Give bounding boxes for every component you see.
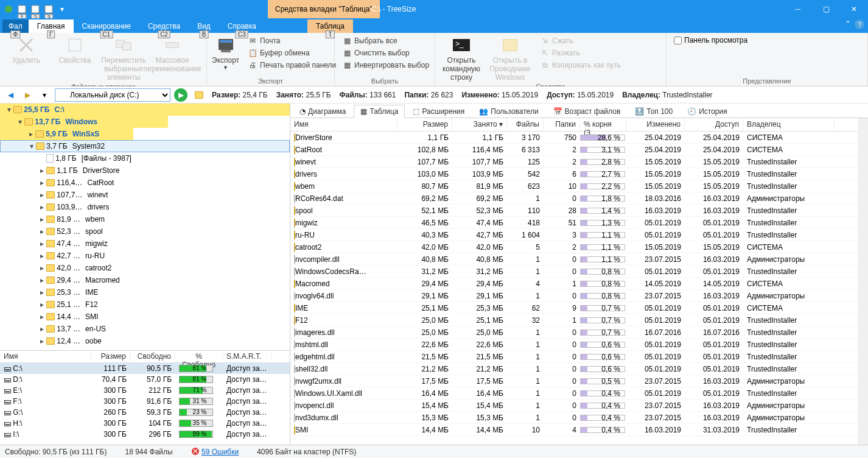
open-cmd-button[interactable]: >_Открыть командную строку bbox=[440, 35, 483, 82]
file-row[interactable]: SMI14,4 МБ14,4 МБ1040,4 %16.03.201931.03… bbox=[290, 424, 858, 436]
copy-path-button[interactable]: ⧉Копировать как путь bbox=[537, 60, 623, 71]
tree-item[interactable]: ▸ 14,4 …SMI bbox=[0, 311, 290, 323]
qat-btn-2[interactable]: 2 bbox=[29, 3, 41, 15]
tree-item[interactable]: ▸ 5,9 ГБWinSxS bbox=[0, 128, 290, 140]
tree-item[interactable]: ▸ 42,7 …ru-RU bbox=[0, 250, 290, 262]
file-grid[interactable]: Имя Размер Занято ▾ Файлы Папки % корня … bbox=[290, 118, 858, 445]
back-button[interactable]: ◀ bbox=[4, 88, 17, 102]
close-button[interactable]: ✕ bbox=[840, 0, 868, 18]
properties-button[interactable]: Свойства bbox=[54, 35, 96, 65]
tree-item[interactable]: ▸ 47,4 …migwiz bbox=[0, 238, 290, 250]
decompress-button[interactable]: ⇱Разжать bbox=[537, 48, 623, 58]
ribbon-collapse-icon[interactable]: ⌃ bbox=[845, 19, 851, 29]
file-tab[interactable]: ФалФ bbox=[2, 19, 29, 33]
tree-item[interactable]: ▸ 1,1 ГБDriverStore bbox=[0, 164, 290, 177]
drive-row[interactable]: 🖴 C:\111 ГБ90,5 ГБ81 %Доступ за… bbox=[0, 363, 290, 374]
file-row[interactable]: nvcompiler.dll40,8 МБ40,8 МБ101,1 %23.07… bbox=[290, 253, 858, 266]
qat-dropdown-icon[interactable]: ▾ bbox=[56, 3, 68, 15]
print-button[interactable]: 🖨Печать правой панели bbox=[245, 60, 338, 71]
file-row[interactable]: Macromed29,4 МБ29,4 МБ410,8 %14.05.20191… bbox=[290, 278, 858, 290]
drive-row[interactable]: 🖴 F:\300 ГБ91,6 ГБ31 %Доступ за… bbox=[0, 396, 290, 407]
ribbon-tab[interactable]: ВидВ bbox=[189, 19, 219, 33]
tree-item[interactable]: ▸ 103,9…drivers bbox=[0, 201, 290, 213]
folder-tree[interactable]: ▾ 25,5 ГБC:\▾ 13,7 ГБWindows▸ 5,9 ГБWinS… bbox=[0, 104, 290, 350]
file-row[interactable]: catroot242,0 МБ42,0 МБ521,1 %15.05.20191… bbox=[290, 241, 858, 253]
drive-row[interactable]: 🖴 D:\70,4 ГБ57,0 ГБ81 %Доступ за… bbox=[0, 374, 290, 385]
file-row[interactable]: imageres.dll25,0 МБ25,0 МБ100,7 %16.07.2… bbox=[290, 326, 858, 339]
status-errors[interactable]: ✕ 59 Ошибки bbox=[191, 447, 239, 456]
drive-row[interactable]: 🖴 I:\300 ГБ296 ГБ99 %Доступ за… bbox=[0, 429, 290, 440]
tree-item[interactable]: ▾ 25,5 ГБC:\ bbox=[0, 104, 290, 116]
view-tab[interactable]: 👥Пользователи bbox=[472, 105, 545, 118]
export-button[interactable]: Экспорт▼ bbox=[212, 35, 239, 71]
view-tab[interactable]: ▦Таблица bbox=[354, 105, 405, 118]
view-tab[interactable]: ⬚Расширения bbox=[406, 105, 471, 118]
file-row[interactable]: wbem80,7 МБ81,9 МБ623102,2 %15.05.201915… bbox=[290, 180, 858, 192]
qat-btn-1[interactable]: 1 bbox=[16, 3, 28, 15]
tree-item[interactable]: ▸ 107,7…winevt bbox=[0, 189, 290, 201]
file-row[interactable]: nvd3dumx.dll15,3 МБ15,3 МБ100,4 %23.07.2… bbox=[290, 412, 858, 424]
ribbon-tab[interactable]: СканированиеС1 bbox=[74, 19, 139, 33]
file-row[interactable]: nvopencl.dll15,4 МБ15,4 МБ100,4 %23.07.2… bbox=[290, 400, 858, 412]
file-row[interactable]: spool52,1 МБ52,3 МБ110281,4 %16.03.20191… bbox=[290, 205, 858, 217]
drive-row[interactable]: 🖴 H:\300 ГБ104 ГБ35 %Доступ за… bbox=[0, 418, 290, 429]
clear-selection-button[interactable]: ▦Очистить выбор bbox=[340, 48, 432, 58]
drive-row[interactable]: 🖴 G:\260 ГБ59,3 ГБ23 %Доступ за… bbox=[0, 407, 290, 418]
tree-item[interactable]: ▾ 13,7 ГБWindows bbox=[0, 116, 290, 128]
view-tab[interactable]: 🕘История bbox=[681, 105, 734, 118]
file-row[interactable]: nvwgf2umx.dll17,5 МБ17,5 МБ100,5 %23.07.… bbox=[290, 375, 858, 387]
clipboard-button[interactable]: 📋Буфер обмена bbox=[245, 48, 338, 58]
forward-button[interactable]: ▶ bbox=[21, 88, 34, 102]
tree-item[interactable]: ▾ 3,7 ГБSystem32 bbox=[0, 140, 290, 152]
view-tab[interactable]: 🔝Топ 100 bbox=[628, 105, 679, 118]
tree-item[interactable]: ▸ 116,4…CatRoot bbox=[0, 177, 290, 189]
file-row[interactable]: ru-RU40,3 МБ42,7 МБ1 60431,1 %05.01.2019… bbox=[290, 229, 858, 241]
tree-item[interactable]: ▸ 12,4 …oobe bbox=[0, 335, 290, 347]
ribbon-tab[interactable]: ГлавнаяГ bbox=[29, 19, 74, 33]
qat-btn-3[interactable]: 3 bbox=[43, 3, 55, 15]
file-grid-header[interactable]: Имя Размер Занято ▾ Файлы Папки % корня … bbox=[290, 118, 858, 132]
maximize-button[interactable]: ▢ bbox=[812, 0, 840, 18]
view-tab[interactable]: ◔Диаграмма bbox=[293, 105, 352, 118]
rename-button[interactable]: Массовое переименование bbox=[151, 35, 194, 73]
tree-item[interactable]: ▸ 52,3 …spool bbox=[0, 225, 290, 238]
file-row[interactable]: F1225,0 МБ25,1 МБ3210,7 %05.01.201905.01… bbox=[290, 314, 858, 326]
tree-item[interactable]: 1,8 ГБ[Файлы - 3987] bbox=[0, 152, 290, 164]
drive-row[interactable]: 🖴 E:\300 ГБ212 ГБ71 %Доступ за… bbox=[0, 385, 290, 396]
file-row[interactable]: Windows.UI.Xaml.dll16,4 МБ16,4 МБ100,4 %… bbox=[290, 387, 858, 400]
ribbon-tab[interactable]: СправкаС3 bbox=[219, 19, 265, 33]
file-row[interactable]: winevt107,7 МБ107,7 МБ12522,8 %15.05.201… bbox=[290, 156, 858, 168]
file-row[interactable]: migwiz46,5 МБ47,4 МБ418511,3 %05.01.2019… bbox=[290, 217, 858, 229]
tree-item[interactable]: ▸ 29,4 …Macromed bbox=[0, 274, 290, 286]
vertical-scrollbar[interactable] bbox=[858, 118, 868, 445]
mail-button[interactable]: ✉Почта bbox=[245, 35, 338, 46]
file-row[interactable]: DriverStore1,1 ГБ1,1 ГБ3 17075028,6 %25.… bbox=[290, 132, 858, 144]
move-button[interactable]: Переместить выбранные элементы bbox=[102, 35, 145, 82]
minimize-button[interactable]: ─ bbox=[784, 0, 812, 18]
drives-header[interactable]: Имя Размер Свободно % Свободно S.M.A.R.T… bbox=[0, 351, 290, 363]
drive-select[interactable]: Локальный диск (C:) bbox=[55, 88, 170, 102]
file-row[interactable]: nvoglv64.dll29,1 МБ29,1 МБ100,8 %23.07.2… bbox=[290, 290, 858, 302]
file-row[interactable]: WindowsCodecsRa…31,2 МБ31,2 МБ100,8 %05.… bbox=[290, 266, 858, 278]
ribbon-tab[interactable]: СредстваС2 bbox=[139, 19, 189, 33]
tree-item[interactable]: ▸ 25,1 …F12 bbox=[0, 298, 290, 311]
view-tab[interactable]: 📅Возраст файлов bbox=[547, 105, 628, 118]
go-button[interactable]: ▶ bbox=[174, 88, 187, 102]
file-row[interactable]: drivers103,0 МБ103,9 МБ54262,7 %15.05.20… bbox=[290, 168, 858, 180]
tree-item[interactable]: ▸ 81,9 …wbem bbox=[0, 213, 290, 225]
delete-button[interactable]: Удалить bbox=[5, 35, 47, 65]
file-row[interactable]: RCoRes64.dat69,2 МБ69,2 МБ101,8 %18.03.2… bbox=[290, 192, 858, 205]
open-explorer-button[interactable]: Открыть в Проводнике Windows bbox=[489, 35, 531, 82]
scan-menu-button[interactable]: ▾ bbox=[38, 88, 51, 102]
select-all-button[interactable]: ▦Выбрать все bbox=[340, 35, 432, 46]
tree-item[interactable]: ▸ 13,7 …en-US bbox=[0, 323, 290, 335]
file-row[interactable]: IME25,1 МБ25,3 МБ6290,7 %05.01.201905.01… bbox=[290, 302, 858, 314]
file-row[interactable]: CatRoot102,8 МБ116,4 МБ6 31323,1 %25.04.… bbox=[290, 144, 858, 156]
ribbon-tab[interactable]: ТаблицаТ bbox=[307, 19, 353, 33]
file-row[interactable]: mshtml.dll22,6 МБ22,6 МБ100,6 %05.01.201… bbox=[290, 339, 858, 351]
invert-selection-button[interactable]: ▦Инвертировать выбор bbox=[340, 60, 432, 71]
preview-panel-checkbox[interactable]: Панель просмотра bbox=[671, 35, 750, 45]
compress-button[interactable]: ⇲Сжать bbox=[537, 35, 623, 46]
help-icon[interactable]: ? bbox=[855, 19, 864, 29]
tree-item[interactable]: ▸ 25,3 …IME bbox=[0, 286, 290, 298]
